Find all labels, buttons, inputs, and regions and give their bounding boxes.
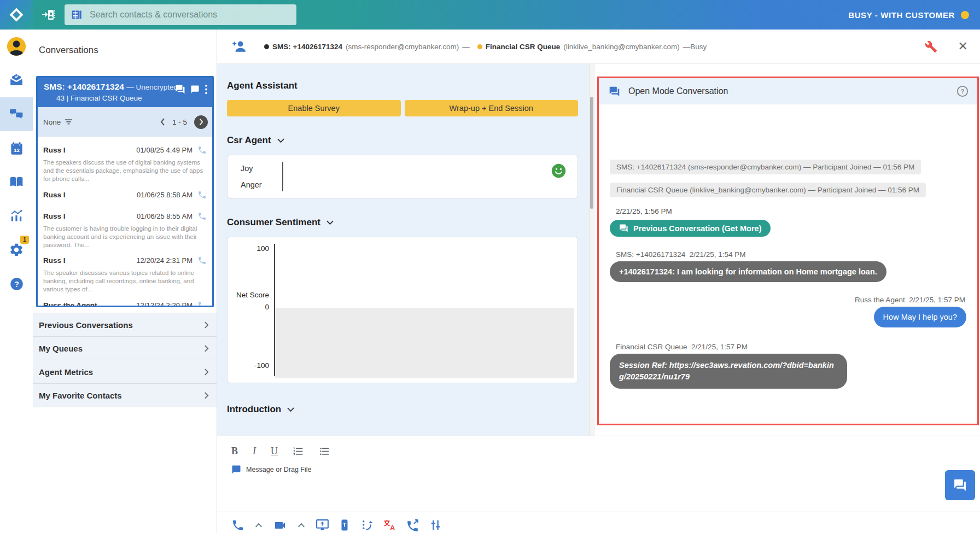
- global-search[interactable]: [65, 4, 296, 25]
- agent-assistant-title: Agent Assistant: [227, 80, 578, 91]
- previous-conversation-button[interactable]: Previous Conversation (Get More): [610, 220, 771, 237]
- app-logo[interactable]: [0, 0, 33, 30]
- open-mode-conversation-panel: Open Mode Conversation ? SMS: +140261713…: [597, 77, 979, 425]
- open-mode-title: Open Mode Conversation: [628, 86, 728, 96]
- next-page-button[interactable]: [194, 115, 208, 129]
- csr-agent-sentiment-card: Joy Anger: [227, 155, 578, 198]
- start-video-call-button[interactable]: [273, 519, 287, 532]
- contact-name: Russ the Agent: [43, 301, 97, 306]
- sidebar-item-reports[interactable]: [0, 199, 33, 233]
- list-item[interactable]: Russ I 01/08/25 4:49 PM The speakers dis…: [38, 140, 212, 185]
- calendar-icon: 12: [9, 141, 24, 156]
- message-input[interactable]: Message or Drag File: [231, 465, 312, 475]
- sidebar-item-help[interactable]: ?: [0, 267, 33, 301]
- filter-control[interactable]: None: [43, 118, 73, 126]
- svg-text:A: A: [390, 524, 395, 532]
- open-mode-message-list: SMS: +14026171324 (sms-responder@cmybank…: [599, 160, 977, 389]
- introduction-section-header[interactable]: Introduction: [227, 404, 578, 415]
- system-message: Financial CSR Queue (linklive_banking@cm…: [610, 183, 926, 197]
- sidebar-item-settings[interactable]: 1: [0, 233, 33, 267]
- open-contact-directory-button[interactable]: [42, 8, 56, 21]
- list-item[interactable]: Russ the Agent 12/12/24 2:20 PM: [38, 295, 212, 306]
- enable-survey-button[interactable]: Enable Survey: [227, 100, 401, 116]
- contact-name: Russ I: [43, 191, 66, 199]
- left-icon-rail: 12: [0, 30, 33, 533]
- call-transfer-button[interactable]: [406, 518, 419, 532]
- filter-label: None: [43, 118, 61, 126]
- chevron-down-icon: [326, 220, 334, 225]
- y-axis-label: Net Score: [227, 291, 269, 299]
- send-message-button[interactable]: [945, 470, 975, 500]
- conversation-summary: The speaker discusses various topics rel…: [43, 269, 207, 294]
- numbered-list-button[interactable]: [293, 446, 304, 457]
- start-voice-call-button[interactable]: [231, 519, 244, 532]
- diamond-logo-icon: [8, 7, 25, 23]
- accordion-my-favorite-contacts[interactable]: My Favorite Contacts: [33, 383, 217, 407]
- agent-status[interactable]: BUSY - WITH CUSTOMER: [848, 10, 969, 20]
- underline-button[interactable]: U: [271, 446, 278, 457]
- emotion-axis-divider: [282, 162, 283, 191]
- y-tick-0: 0: [231, 303, 269, 311]
- svg-text:?: ?: [961, 88, 965, 95]
- chat-icon[interactable]: [190, 85, 200, 94]
- bullet-list-button[interactable]: [319, 446, 330, 457]
- list-item[interactable]: Russ I 12/20/24 2:31 PM The speaker disc…: [38, 250, 212, 295]
- conversation-date: 01/06/25 8:55 AM: [137, 212, 192, 220]
- video-options-chevron-icon[interactable]: [296, 522, 306, 529]
- sidebar-item-profile[interactable]: [0, 30, 33, 63]
- filter-icon: [65, 119, 73, 125]
- consumer-sentiment-section-header[interactable]: Consumer Sentiment: [227, 217, 578, 228]
- accordion-agent-metrics[interactable]: Agent Metrics: [33, 360, 217, 383]
- contacts-search-icon: [71, 9, 82, 20]
- chevron-right-icon: [204, 321, 209, 329]
- session-tools-wrench-icon[interactable]: [925, 40, 937, 53]
- voice-options-chevron-icon[interactable]: [254, 522, 264, 529]
- sidebar-item-secure-inbox[interactable]: [0, 63, 33, 97]
- accordion-label: Previous Conversations: [39, 320, 133, 330]
- person-add-icon[interactable]: [231, 39, 248, 54]
- previous-conversation-icon: [619, 224, 628, 233]
- accordion-previous-conversations[interactable]: Previous Conversations: [33, 313, 217, 336]
- system-message: SMS: +14026171324 (sms-responder@cmybank…: [610, 160, 921, 174]
- file-share-button[interactable]: [339, 518, 351, 532]
- wrapup-end-session-button[interactable]: Wrap-up + End Session: [405, 100, 579, 116]
- help-circle-icon[interactable]: ?: [956, 85, 969, 97]
- emotion-anger-label: Anger: [241, 180, 262, 189]
- list-item[interactable]: Russ I 01/06/25 8:58 AM: [38, 185, 212, 206]
- sidebar-item-directory[interactable]: [0, 165, 33, 199]
- contact-name: Russ I: [43, 146, 66, 154]
- bold-button[interactable]: B: [231, 446, 238, 457]
- active-conversation-card[interactable]: SMS: +14026171324 — Unencrypted 43 | Fin…: [36, 76, 214, 307]
- formatting-toolbar: B I U: [217, 436, 980, 457]
- message-bubble-icon: [231, 465, 241, 475]
- message-meta: Russ the Agent 2/21/25, 1:57 PM: [616, 296, 965, 304]
- assistant-panel-scrollbar[interactable]: [589, 64, 594, 436]
- translate-button[interactable]: A: [383, 518, 396, 532]
- sidebar-item-calendar[interactable]: 12: [0, 131, 33, 165]
- message-composer: B I U Message or Drag File: [217, 436, 980, 533]
- conversation-filter-row: None 1 - 5: [38, 107, 212, 137]
- open-mode-header: Open Mode Conversation ?: [599, 78, 977, 104]
- conversation-summary: The customer is having trouble logging i…: [43, 225, 207, 250]
- italic-button[interactable]: I: [253, 446, 256, 457]
- phone-call-type-icon: [197, 256, 207, 265]
- accordion-label: My Queues: [39, 344, 83, 353]
- csr-agent-section-header[interactable]: Csr Agent: [227, 135, 578, 146]
- scrollbar-thumb[interactable]: [590, 97, 593, 209]
- screen-share-button[interactable]: [316, 518, 329, 532]
- sidebar-item-conversations[interactable]: [0, 97, 33, 131]
- queue-participant: Financial CSR Queue: [486, 43, 561, 51]
- calendar-day-label: 12: [14, 147, 20, 153]
- sms-participant-address: (sms-responder@cmybanker.com): [346, 43, 459, 51]
- transfer-session-button[interactable]: [360, 518, 374, 532]
- contact-name: Russ I: [43, 256, 66, 265]
- contact-import-icon: [42, 8, 56, 21]
- conversation-summary-icon[interactable]: [175, 84, 185, 95]
- more-options-kebab-icon[interactable]: [205, 84, 208, 95]
- accordion-my-queues[interactable]: My Queues: [33, 336, 217, 360]
- close-session-icon[interactable]: ✕: [958, 40, 968, 52]
- prev-page-chevron-icon[interactable]: [160, 118, 165, 126]
- search-input[interactable]: [89, 9, 290, 20]
- list-item[interactable]: Russ I 01/06/25 8:55 AM The customer is …: [38, 206, 212, 251]
- session-settings-sliders-button[interactable]: [429, 518, 442, 532]
